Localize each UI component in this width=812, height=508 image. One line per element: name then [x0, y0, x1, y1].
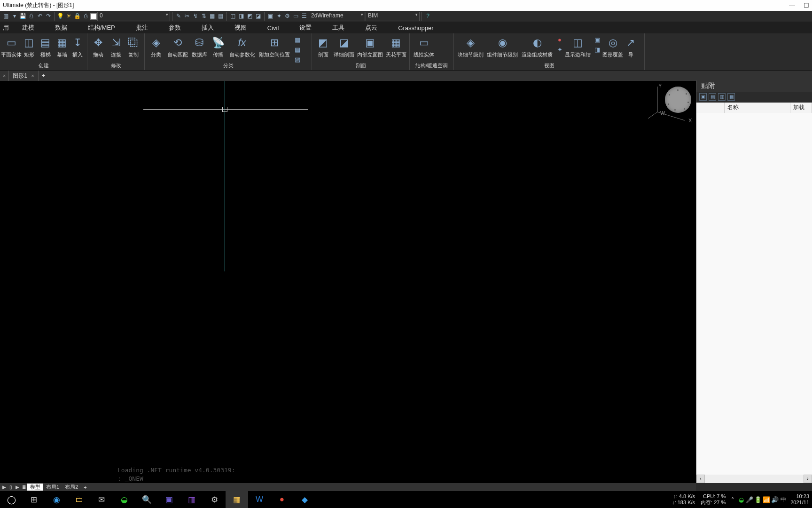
tray-battery-icon[interactable]: 🔋 [754, 496, 762, 503]
ribbon-tab-annotate[interactable]: 批注 [125, 22, 158, 33]
scroll-track[interactable] [705, 475, 804, 483]
ribbon-tab-civil[interactable]: Civil [257, 22, 289, 33]
sun-icon[interactable]: ☀ [65, 12, 73, 20]
tool5-icon[interactable]: ▦ [208, 12, 216, 20]
vstyle4-icon[interactable]: ▭ [292, 12, 300, 20]
explorer-icon[interactable]: 🗀 [68, 491, 90, 508]
attach-btn1[interactable]: ▣ [699, 93, 707, 101]
ribbon-tab-param[interactable]: 参数 [158, 22, 191, 33]
scroll-left-icon[interactable]: ‹ [696, 475, 705, 483]
layout-next-icon[interactable]: ▶ [14, 484, 21, 490]
mini1-icon[interactable]: ▦ [292, 35, 303, 45]
database-icon: ⛁ [192, 35, 207, 50]
wechat-icon[interactable]: ◒ [113, 491, 135, 508]
attach-hscroll[interactable]: ‹ › [696, 475, 812, 483]
layout-1-tab[interactable]: 布局1 [43, 484, 62, 491]
tray-up-icon[interactable]: ˄ [728, 496, 737, 503]
tool3-icon[interactable]: ↯ [191, 12, 199, 20]
layout-prev-icon[interactable]: ▯ [8, 484, 14, 490]
tray-volume-icon[interactable]: 🔊 [771, 496, 779, 503]
connect-icon: ⇲ [109, 35, 124, 50]
ribbon-tab-insert[interactable]: 插入 [191, 22, 224, 33]
ribbon-tab-tools[interactable]: 工具 [322, 22, 355, 33]
tray-mic-icon[interactable]: 🎤 [745, 496, 754, 503]
col-blank[interactable] [696, 103, 725, 113]
view-cube[interactable]: Y W X [656, 84, 693, 121]
attach-btn3[interactable]: ▥ [718, 93, 726, 101]
vstyle1-icon[interactable]: ▣ [266, 12, 274, 20]
edge-icon[interactable]: ◉ [45, 491, 68, 508]
vstyle5-icon[interactable]: ☰ [300, 12, 308, 20]
mini2-icon[interactable]: ▤ [292, 45, 303, 55]
tool2-icon[interactable]: ✂ [183, 12, 191, 20]
drawing-area[interactable]: Y W X Loading .NET runtime v4.0.30319: :… [0, 81, 696, 483]
ucs3-icon[interactable]: ◩ [246, 12, 254, 20]
visual-style-dropdown[interactable]: 2dWireframe [309, 12, 365, 21]
bulb-icon[interactable]: 💡 [56, 12, 64, 20]
app-active-icon[interactable]: ▦ [226, 491, 248, 508]
ucs2-icon[interactable]: ◨ [237, 12, 245, 20]
tray-wifi-icon[interactable]: 📶 [762, 496, 771, 503]
new-icon[interactable]: ▥ [2, 12, 10, 20]
tool6-icon[interactable]: ▤ [217, 12, 225, 20]
save-icon[interactable]: 💾 [19, 12, 27, 20]
vstyle3-icon[interactable]: ⚙ [283, 12, 291, 20]
viewcube-sphere[interactable] [665, 87, 691, 113]
word-icon[interactable]: W [248, 491, 271, 508]
tray-wechat-icon[interactable]: ◒ [737, 496, 745, 503]
system-clock[interactable]: 10:23 2021/11 [788, 493, 812, 506]
ucs4-icon[interactable]: ◪ [254, 12, 262, 20]
lock-icon[interactable]: 🔒 [73, 12, 81, 20]
layer-dropdown[interactable]: 0 [97, 12, 170, 21]
ribbon-tab-model[interactable]: 建模 [12, 22, 45, 33]
open-icon[interactable]: ▾ [10, 12, 18, 20]
layout-first-icon[interactable]: ▶ [1, 484, 8, 490]
help-icon[interactable]: ? [424, 12, 432, 20]
mail-icon[interactable]: ✉ [90, 491, 113, 508]
tool4-icon[interactable]: ⇅ [200, 12, 208, 20]
ribbon-tab-app[interactable]: 用 [0, 22, 12, 33]
col-name[interactable]: 名称 [725, 103, 790, 113]
bricscad-icon[interactable]: ◆ [293, 491, 316, 508]
sys-usage-widget[interactable]: CPU: 7 % 内存: 27 % [698, 493, 728, 506]
ribbon-tab-data[interactable]: 数据 [45, 22, 78, 33]
close-file1-icon[interactable]: × [31, 73, 34, 79]
teams-icon[interactable]: ▣ [158, 491, 180, 508]
scroll-right-icon[interactable]: › [804, 475, 812, 483]
task-view-icon[interactable]: ⊞ [23, 491, 45, 508]
ribbon-tab-settings[interactable]: 设置 [289, 22, 322, 33]
file-tab-1[interactable]: 图形1× [9, 71, 38, 81]
onenote-icon[interactable]: ▥ [180, 491, 203, 508]
ribbon-tab-view[interactable]: 视图 [224, 22, 257, 33]
redo-icon[interactable]: ↷ [44, 12, 52, 20]
ribbon-tab-pointcloud[interactable]: 点云 [355, 22, 388, 33]
tool1-icon[interactable]: ✎ [174, 12, 182, 20]
record-icon[interactable]: ● [271, 491, 293, 508]
col-load[interactable]: 加载 [790, 103, 812, 113]
netspeed-widget[interactable]: ↑: 4.8 K/s ↓: 183 K/s [669, 493, 698, 506]
window-minimize[interactable]: — [789, 2, 795, 9]
workspace-dropdown[interactable]: BIM [366, 12, 420, 21]
print-layer-icon[interactable]: ⎙ [82, 12, 90, 20]
print-icon[interactable]: ⎙ [27, 12, 35, 20]
layout-model-tab[interactable]: 模型 [27, 484, 43, 491]
attach-btn2[interactable]: ▤ [709, 93, 716, 101]
file-tab-start[interactable]: × [0, 71, 9, 81]
attach-btn4[interactable]: ▦ [727, 93, 735, 101]
layout-add-tab[interactable]: + [81, 484, 89, 490]
vstyle2-icon[interactable]: ✦ [275, 12, 283, 20]
search-icon[interactable]: 🔍 [135, 491, 158, 508]
undo-icon[interactable]: ↶ [36, 12, 44, 20]
start-button[interactable]: ◯ [0, 491, 23, 508]
layout-list-icon[interactable]: ≣ [21, 484, 27, 490]
ribbon-tab-structure[interactable]: 结构/MEP [78, 22, 125, 33]
layout-2-tab[interactable]: 布局2 [62, 484, 81, 491]
window-maximize[interactable]: ☐ [804, 2, 809, 9]
tray-ime[interactable]: 中 [779, 496, 788, 504]
new-file-tab[interactable]: + [39, 72, 49, 79]
close-start-icon[interactable]: × [3, 73, 6, 79]
ribbon-tab-grasshopper[interactable]: Grasshopper [388, 22, 444, 33]
ucs1-icon[interactable]: ◫ [229, 12, 237, 20]
color-swatch[interactable] [90, 13, 97, 20]
settings-icon[interactable]: ⚙ [203, 491, 226, 508]
